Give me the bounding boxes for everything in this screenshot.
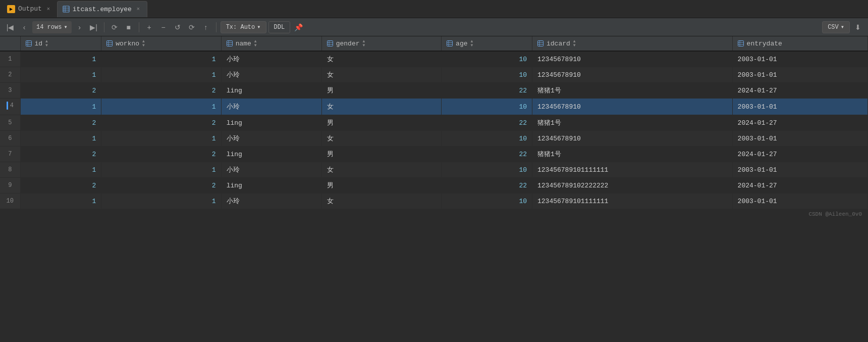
name-cell: ling — [221, 146, 321, 162]
next-page-button[interactable]: › — [74, 21, 86, 33]
age-cell: 22 — [442, 178, 532, 193]
entrydate-cell: 2003-01-01 — [732, 67, 867, 83]
tab-itcast-employee-close[interactable]: × — [135, 6, 142, 13]
tab-output[interactable]: ▶ Output × — [2, 1, 57, 17]
col-header-idcard[interactable]: idcard ▲▼ — [532, 36, 732, 51]
col-workno-sort[interactable]: ▲▼ — [142, 39, 145, 47]
rows-indicator[interactable]: 14 rows ▾ — [32, 21, 72, 33]
divider-3 — [216, 22, 216, 32]
col-gender-sort[interactable]: ▲▼ — [363, 39, 365, 47]
col-name-sort[interactable]: ▲▼ — [254, 39, 257, 47]
tab-output-close[interactable]: × — [45, 6, 52, 13]
svg-rect-24 — [537, 41, 543, 46]
toolbar: |◀ ‹ 14 rows ▾ › ▶| ⟳ ■ + − ↺ ⟳ ↑ Tx: Au… — [0, 18, 868, 36]
svg-rect-20 — [447, 41, 453, 46]
id-cell: 1 — [20, 193, 101, 209]
table-row[interactable]: 111小玲女10123456789102003-01-01 — [0, 51, 868, 67]
gender-cell: 男 — [321, 178, 441, 193]
idcard-cell: 12345678910 — [532, 67, 732, 83]
table-row[interactable]: 722ling男22猪猪1号2024-01-27 — [0, 146, 868, 162]
table-row[interactable]: 322ling男22猪猪1号2024-01-27 — [0, 83, 868, 99]
rows-chevron: ▾ — [64, 23, 67, 31]
row-number-cell: 3 — [0, 83, 20, 99]
col-age-sort[interactable]: ▲▼ — [471, 39, 473, 47]
workno-cell: 1 — [101, 51, 221, 67]
table-row[interactable]: 411小玲女10123456789102003-01-01 — [0, 99, 868, 115]
workno-cell: 2 — [101, 146, 221, 162]
age-cell: 22 — [442, 83, 532, 99]
col-gender-label: gender — [336, 40, 360, 47]
name-cell: 小玲 — [221, 131, 321, 146]
entrydate-cell: 2003-01-01 — [732, 99, 867, 115]
table-row[interactable]: 1011小玲女101234567891011111112003-01-01 — [0, 193, 868, 209]
tx-button[interactable]: Tx: Auto ▾ — [221, 21, 266, 33]
col-header-workno[interactable]: workno ▲▼ — [101, 36, 221, 51]
entrydate-cell: 2003-01-01 — [732, 193, 867, 209]
gender-cell: 男 — [321, 146, 441, 162]
col-name-icon — [227, 40, 233, 46]
col-header-age[interactable]: age ▲▼ — [442, 36, 532, 51]
col-idcard-sort[interactable]: ▲▼ — [573, 39, 576, 47]
id-cell: 2 — [20, 178, 101, 193]
col-header-gender[interactable]: gender ▲▼ — [321, 36, 441, 51]
gender-cell: 女 — [321, 193, 441, 209]
ddl-button[interactable]: DDL — [268, 21, 291, 33]
table-row[interactable]: 211小玲女10123456789102003-01-01 — [0, 67, 868, 83]
name-cell: 小玲 — [221, 193, 321, 209]
svg-rect-0 — [63, 6, 69, 12]
table-row[interactable]: 811小玲女101234567891011111112003-01-01 — [0, 162, 868, 178]
col-header-entrydate[interactable]: entrydate — [732, 36, 867, 51]
ddl-label: DDL — [274, 24, 285, 31]
id-cell: 2 — [20, 115, 101, 131]
prev-page-button[interactable]: ‹ — [18, 21, 30, 33]
entrydate-cell: 2024-01-27 — [732, 115, 867, 131]
idcard-cell: 猪猪1号 — [532, 146, 732, 162]
row-number-cell: 6 — [0, 131, 20, 146]
table-row[interactable]: 922ling男221234567891022222222024-01-27 — [0, 178, 868, 193]
table-row[interactable]: 522ling男22猪猪1号2024-01-27 — [0, 115, 868, 131]
table-row[interactable]: 611小玲女10123456789102003-01-01 — [0, 131, 868, 146]
id-cell: 1 — [20, 131, 101, 146]
last-page-button[interactable]: ▶| — [88, 21, 100, 33]
id-cell: 2 — [20, 146, 101, 162]
row-number-cell: 9 — [0, 178, 20, 193]
refresh-button[interactable]: ⟳ — [108, 21, 121, 33]
delete-row-button[interactable]: − — [157, 21, 170, 33]
age-cell: 22 — [442, 146, 532, 162]
csv-button[interactable]: CSV ▾ — [822, 21, 850, 33]
col-id-sort[interactable]: ▲▼ — [45, 39, 48, 47]
workno-cell: 1 — [101, 193, 221, 209]
workno-cell: 2 — [101, 83, 221, 99]
workno-cell: 2 — [101, 115, 221, 131]
first-page-button[interactable]: |◀ — [4, 21, 16, 33]
row-number-cell: 4 — [0, 99, 20, 115]
col-header-name[interactable]: name ▲▼ — [221, 36, 321, 51]
entrydate-cell: 2003-01-01 — [732, 51, 867, 67]
age-cell: 10 — [442, 99, 532, 115]
col-header-id[interactable]: id ▲▼ — [20, 36, 101, 51]
col-gender-icon — [327, 40, 333, 46]
id-cell: 1 — [20, 99, 101, 115]
undo-button[interactable]: ↺ — [172, 21, 184, 33]
redo-button[interactable]: ⟳ — [186, 21, 198, 33]
id-cell: 1 — [20, 162, 101, 178]
download-button[interactable]: ⬇ — [852, 21, 864, 33]
tab-output-label: Output — [18, 5, 42, 13]
idcard-cell: 猪猪1号 — [532, 115, 732, 131]
svg-rect-8 — [107, 41, 113, 46]
idcard-cell: 123456789101111111 — [532, 193, 732, 209]
add-row-button[interactable]: + — [143, 21, 155, 33]
col-entrydate-icon — [738, 40, 744, 46]
gender-cell: 女 — [321, 51, 441, 67]
col-workno-label: workno — [116, 40, 139, 47]
export-button[interactable]: ↑ — [200, 21, 212, 33]
gender-cell: 女 — [321, 67, 441, 83]
workno-cell: 1 — [101, 162, 221, 178]
table-container: id ▲▼ workno — [0, 36, 868, 209]
pin-button[interactable]: 📌 — [292, 21, 304, 33]
col-id-icon — [26, 40, 32, 46]
stop-button[interactable]: ■ — [123, 21, 135, 33]
row-number-cell: 7 — [0, 146, 20, 162]
name-cell: 小玲 — [221, 99, 321, 115]
tab-itcast-employee[interactable]: itcast.employee × — [57, 1, 147, 17]
